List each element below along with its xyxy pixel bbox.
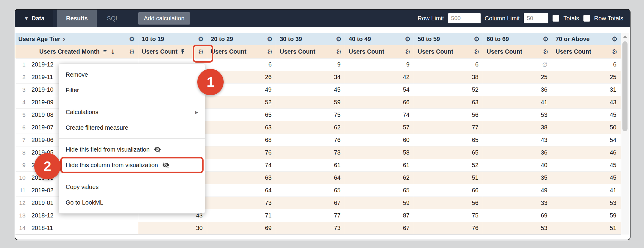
value-cell[interactable]: 60 xyxy=(345,134,414,146)
value-cell[interactable]: 62 xyxy=(345,172,414,184)
value-cell[interactable]: 36 xyxy=(483,84,552,96)
value-cell[interactable]: 9 xyxy=(345,58,414,71)
value-cell[interactable]: 46 xyxy=(552,146,621,159)
value-cell[interactable]: 6 xyxy=(207,58,276,71)
value-cell[interactable]: 45 xyxy=(552,159,621,172)
value-cell[interactable]: 56 xyxy=(414,109,483,121)
value-cell[interactable]: 74 xyxy=(207,159,276,172)
menu-item-remove[interactable]: Remove xyxy=(59,67,205,82)
value-cell[interactable]: 63 xyxy=(207,172,276,184)
value-cell[interactable]: 30 xyxy=(138,222,207,235)
value-cell[interactable]: 73 xyxy=(207,197,276,209)
gear-icon[interactable]: ⚙ xyxy=(129,49,135,55)
value-cell[interactable]: 64 xyxy=(276,172,345,184)
value-cell[interactable]: 25 xyxy=(552,71,621,84)
value-cell[interactable]: 67 xyxy=(345,222,414,235)
value-cell[interactable]: 59 xyxy=(345,197,414,209)
add-calculation-button[interactable]: Add calculation xyxy=(138,12,190,25)
gear-icon[interactable]: ⚙ xyxy=(198,49,204,55)
pivot-header-cell[interactable]: 70 or Above⚙ xyxy=(552,33,621,45)
row-dimension-header[interactable]: Users Created Month ↓ ⚙ xyxy=(15,45,138,58)
gear-icon[interactable]: ⚙ xyxy=(267,49,273,55)
value-cell[interactable]: 49 xyxy=(483,184,552,197)
value-cell[interactable]: 41 xyxy=(483,96,552,109)
value-cell[interactable]: 75 xyxy=(276,109,345,121)
row-limit-input[interactable] xyxy=(448,13,481,23)
value-cell[interactable]: 69 xyxy=(207,222,276,235)
value-cell[interactable]: 43 xyxy=(552,96,621,109)
value-cell[interactable]: 53 xyxy=(483,109,552,121)
menu-item-go-to-lookml[interactable]: Go to LookML xyxy=(59,195,205,210)
value-cell[interactable]: 65 xyxy=(345,184,414,197)
value-cell[interactable]: 52 xyxy=(414,159,483,172)
value-cell[interactable]: 62 xyxy=(276,121,345,134)
value-cell[interactable]: 45 xyxy=(276,84,345,96)
menu-item-filter[interactable]: Filter xyxy=(59,82,205,98)
value-cell[interactable]: ∅ xyxy=(483,58,552,71)
gear-icon[interactable]: ⚙ xyxy=(336,36,342,43)
pivot-header-cell[interactable]: 10 to 19⚙ xyxy=(138,33,207,45)
gear-icon[interactable]: ⚙ xyxy=(612,49,618,55)
value-cell[interactable]: 65 xyxy=(207,109,276,121)
value-cell[interactable]: 68 xyxy=(207,134,276,146)
pivot-header-cell[interactable]: 30 to 39⚙ xyxy=(276,33,345,45)
value-cell[interactable]: 38 xyxy=(414,71,483,84)
value-cell[interactable]: 69 xyxy=(483,209,552,222)
gear-icon[interactable]: ⚙ xyxy=(543,36,549,43)
value-cell[interactable]: 51 xyxy=(414,172,483,184)
month-cell[interactable]: 2018-11 xyxy=(28,222,138,235)
measure-header-cell[interactable]: Users Count⚙ xyxy=(414,45,483,58)
value-cell[interactable]: 41 xyxy=(552,184,621,197)
gear-icon[interactable]: ⚙ xyxy=(129,36,135,43)
value-cell[interactable]: 50 xyxy=(552,121,621,134)
value-cell[interactable]: 35 xyxy=(483,172,552,184)
measure-header-cell[interactable]: Users Count⚙ xyxy=(276,45,345,58)
gear-icon[interactable]: ⚙ xyxy=(405,49,411,55)
value-cell[interactable]: 34 xyxy=(276,71,345,84)
value-cell[interactable]: 76 xyxy=(414,222,483,235)
pivot-header-cell[interactable]: 50 to 59⚙ xyxy=(414,33,483,45)
value-cell[interactable]: 33 xyxy=(483,197,552,209)
gear-icon[interactable]: ⚙ xyxy=(198,36,204,43)
value-cell[interactable]: 75 xyxy=(414,209,483,222)
gear-icon[interactable]: ⚙ xyxy=(474,36,480,43)
value-cell[interactable]: 40 xyxy=(483,159,552,172)
menu-item-copy-values[interactable]: Copy values xyxy=(59,179,205,195)
value-cell[interactable]: 63 xyxy=(414,96,483,109)
gear-icon[interactable]: ⚙ xyxy=(405,36,411,43)
value-cell[interactable]: 59 xyxy=(276,96,345,109)
value-cell[interactable]: 66 xyxy=(345,96,414,109)
value-cell[interactable]: 43 xyxy=(483,134,552,146)
menu-item-create-filtered-measure[interactable]: Create filtered measure xyxy=(59,120,205,135)
value-cell[interactable]: 65 xyxy=(414,134,483,146)
gear-icon[interactable]: ⚙ xyxy=(543,49,549,55)
value-cell[interactable]: 38 xyxy=(483,121,552,134)
scrollbar-thumb[interactable] xyxy=(622,41,628,131)
value-cell[interactable]: 59 xyxy=(552,209,621,222)
value-cell[interactable]: 65 xyxy=(276,184,345,197)
value-cell[interactable]: 53 xyxy=(552,197,621,209)
measure-header-cell[interactable]: Users Count⚙ xyxy=(207,45,276,58)
value-cell[interactable]: 52 xyxy=(207,96,276,109)
value-cell[interactable]: 64 xyxy=(207,184,276,197)
value-cell[interactable]: 54 xyxy=(345,84,414,96)
value-cell[interactable]: 58 xyxy=(345,146,414,159)
value-cell[interactable]: 36 xyxy=(483,146,552,159)
value-cell[interactable]: 45 xyxy=(552,172,621,184)
measure-header-cell[interactable]: Users Count⚙ xyxy=(552,45,621,58)
gear-icon[interactable]: ⚙ xyxy=(612,36,618,43)
gear-icon[interactable]: ⚙ xyxy=(267,36,273,43)
value-cell[interactable]: 87 xyxy=(345,209,414,222)
pivot-header-cell[interactable]: 20 to 29⚙ xyxy=(207,33,276,45)
value-cell[interactable]: 57 xyxy=(345,121,414,134)
value-cell[interactable]: 6 xyxy=(414,58,483,71)
value-cell[interactable]: 45 xyxy=(552,109,621,121)
value-cell[interactable]: 74 xyxy=(345,109,414,121)
tab-results[interactable]: Results xyxy=(57,10,97,27)
value-cell[interactable]: 76 xyxy=(276,134,345,146)
scroll-up-arrow-icon[interactable] xyxy=(623,35,627,38)
value-cell[interactable]: 6 xyxy=(552,58,621,71)
measure-header-cell[interactable]: Users Count⚙ xyxy=(483,45,552,58)
value-cell[interactable]: 52 xyxy=(414,84,483,96)
row-totals-checkbox[interactable] xyxy=(583,15,590,22)
